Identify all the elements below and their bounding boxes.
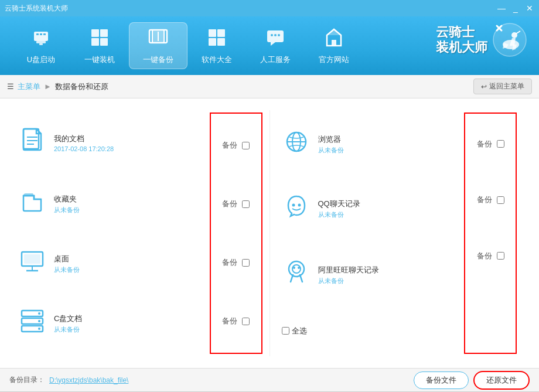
qq-icon bbox=[282, 194, 311, 224]
mydocs-date: 2017-02-08 17:20:28 bbox=[54, 145, 205, 152]
list-item: 阿里旺旺聊天记录 从未备份 bbox=[282, 254, 451, 296]
backup-label-3: 备份 bbox=[222, 257, 237, 268]
qq-name: QQ聊天记录 bbox=[318, 199, 451, 209]
svg-rect-15 bbox=[217, 29, 225, 37]
svg-rect-9 bbox=[100, 38, 108, 46]
aliwang-icon bbox=[282, 260, 311, 290]
nav-item-usb[interactable]: U盘启动 bbox=[12, 22, 70, 69]
backup-label-6: 备份 bbox=[477, 195, 492, 205]
svg-rect-1 bbox=[36, 41, 46, 43]
desktop-date: 从未备份 bbox=[54, 265, 205, 274]
nav-item-backup[interactable]: 一键备份 bbox=[129, 22, 187, 69]
svg-rect-8 bbox=[91, 38, 99, 46]
aliwang-info: 阿里旺旺聊天记录 从未备份 bbox=[318, 265, 451, 285]
maximize-button[interactable]: _ bbox=[511, 4, 520, 13]
back-icon: ↩ bbox=[481, 83, 487, 91]
browser-name: 浏览器 bbox=[318, 134, 451, 145]
backup-file-button[interactable]: 备份文件 bbox=[414, 371, 469, 389]
browser-info: 浏览器 从未备份 bbox=[318, 134, 451, 155]
cdisk-icon bbox=[18, 308, 47, 339]
list-item: 浏览器 从未备份 bbox=[282, 124, 451, 164]
logo-area: 云骑士 装机大师 bbox=[436, 22, 527, 57]
qq-date: 从未备份 bbox=[318, 210, 451, 219]
backup-label-2: 备份 bbox=[222, 199, 237, 209]
svg-rect-3 bbox=[36, 33, 39, 35]
aliwang-name: 阿里旺旺聊天记录 bbox=[318, 265, 451, 275]
nav-label-install: 一键装机 bbox=[84, 54, 115, 65]
svg-point-49 bbox=[292, 265, 301, 273]
backup-check-cdisk[interactable] bbox=[242, 318, 250, 325]
backup-check-favorites[interactable] bbox=[242, 200, 250, 208]
svg-rect-17 bbox=[217, 38, 225, 46]
svg-point-40 bbox=[38, 312, 40, 315]
svg-rect-2 bbox=[39, 43, 43, 45]
backup-label-7: 备份 bbox=[477, 251, 492, 261]
menu-icon: ☰ bbox=[7, 82, 14, 91]
svg-point-21 bbox=[278, 34, 280, 36]
bottom-bar: 备份目录： D:\yqsxtzjds\bak\bak_file\ 备份文件 还原… bbox=[0, 368, 539, 391]
backup-checkbox-mydocs: 备份 bbox=[217, 139, 254, 152]
svg-rect-6 bbox=[91, 29, 99, 37]
logo-text: 云骑士 装机大师 bbox=[436, 25, 487, 56]
list-item: 收藏夹 从未备份 bbox=[18, 183, 205, 225]
backup-checkbox-browser: 备份 bbox=[472, 138, 509, 151]
backup-check-desktop[interactable] bbox=[242, 259, 250, 267]
breadcrumb-separator: ► bbox=[44, 82, 52, 91]
backup-check-mydocs[interactable] bbox=[242, 142, 250, 149]
nav-label-website: 官方网站 bbox=[319, 54, 349, 65]
minimize-button[interactable]: — bbox=[497, 4, 506, 13]
nav-label-software: 软件大全 bbox=[202, 54, 232, 65]
svg-point-48 bbox=[289, 261, 304, 277]
list-item: C盘文档 从未备份 bbox=[18, 302, 205, 345]
favorites-icon bbox=[18, 189, 47, 219]
mydocs-info: 我的文档 2017-02-08 17:20:28 bbox=[54, 134, 205, 152]
restore-file-button[interactable]: 还原文件 bbox=[473, 371, 530, 390]
favorites-name: 收藏夹 bbox=[54, 194, 205, 204]
list-item: 桌面 从未备份 bbox=[18, 244, 205, 284]
close-button[interactable]: ✕ bbox=[525, 4, 534, 13]
cdisk-name: C盘文档 bbox=[54, 313, 205, 324]
backup-label-4: 备份 bbox=[222, 316, 237, 326]
svg-point-46 bbox=[292, 203, 295, 206]
main-content: 我的文档 2017-02-08 17:20:28 收藏夹 bbox=[0, 98, 539, 368]
browser-icon bbox=[282, 130, 311, 158]
manual-icon bbox=[265, 27, 286, 51]
browser-date: 从未备份 bbox=[318, 146, 451, 155]
breadcrumb-current: 数据备份和还原 bbox=[55, 81, 108, 92]
svg-point-20 bbox=[274, 34, 277, 36]
nav-label-usb: U盘启动 bbox=[27, 54, 55, 65]
svg-rect-5 bbox=[43, 33, 46, 35]
backup-checkbox-favorites: 备份 bbox=[217, 197, 254, 210]
nav-item-software[interactable]: 软件大全 bbox=[187, 22, 246, 69]
nav-item-install[interactable]: 一键装机 bbox=[70, 22, 129, 69]
nav-label-backup: 一键备份 bbox=[143, 54, 173, 65]
backup-checkbox-aliwang: 备份 bbox=[472, 250, 509, 263]
install-icon bbox=[89, 27, 110, 51]
favorites-info: 收藏夹 从未备份 bbox=[54, 194, 205, 214]
back-button[interactable]: ↩ 返回主菜单 bbox=[473, 79, 532, 94]
cdisk-info: C盘文档 从未备份 bbox=[54, 313, 205, 334]
svg-rect-4 bbox=[40, 33, 42, 35]
backup-check-browser[interactable] bbox=[497, 140, 504, 148]
desktop-icon bbox=[18, 250, 47, 278]
svg-point-51 bbox=[298, 267, 300, 269]
software-icon bbox=[206, 27, 227, 51]
select-all-row: 全选 bbox=[282, 320, 451, 342]
svg-point-41 bbox=[38, 320, 40, 322]
svg-rect-16 bbox=[209, 38, 216, 46]
select-all-checkbox[interactable] bbox=[282, 327, 289, 335]
website-icon bbox=[323, 27, 344, 51]
svg-point-42 bbox=[38, 328, 40, 330]
nav-label-manual: 人工服务 bbox=[260, 54, 291, 65]
list-item: QQ聊天记录 从未备份 bbox=[282, 188, 451, 230]
breadcrumb-home[interactable]: 主菜单 bbox=[18, 81, 40, 92]
backup-checkbox-qq: 备份 bbox=[472, 193, 509, 206]
backup-check-qq[interactable] bbox=[497, 196, 504, 204]
backup-check-aliwang[interactable] bbox=[497, 252, 504, 260]
left-backup-column: 备份 备份 备份 备份 bbox=[210, 113, 262, 354]
header: U盘启动 一键装机 bbox=[0, 16, 539, 75]
right-backup-column: 备份 备份 备份 bbox=[464, 113, 517, 354]
nav-item-website[interactable]: 官方网站 bbox=[305, 22, 363, 69]
nav-item-manual[interactable]: 人工服务 bbox=[246, 22, 305, 69]
backup-dir-path[interactable]: D:\yqsxtzjds\bak\bak_file\ bbox=[49, 376, 128, 384]
